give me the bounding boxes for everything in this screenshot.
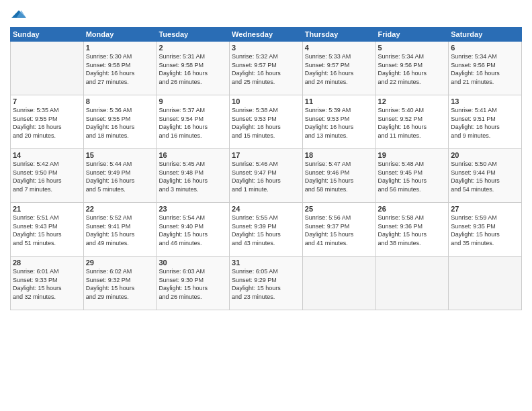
calendar-cell: 10Sunrise: 5:38 AM Sunset: 9:53 PM Dayli… bbox=[230, 95, 303, 149]
day-number: 19 bbox=[378, 151, 447, 159]
day-header-friday: Friday bbox=[375, 28, 449, 42]
calendar-cell: 2Sunrise: 5:31 AM Sunset: 9:58 PM Daylig… bbox=[157, 42, 230, 95]
calendar-cell: 4Sunrise: 5:33 AM Sunset: 9:57 PM Daylig… bbox=[302, 42, 375, 95]
day-info: Sunrise: 5:34 AM Sunset: 9:56 PM Dayligh… bbox=[378, 52, 447, 86]
day-number: 22 bbox=[86, 205, 154, 213]
calendar-cell: 17Sunrise: 5:46 AM Sunset: 9:47 PM Dayli… bbox=[230, 149, 303, 203]
calendar-week-row: 21Sunrise: 5:51 AM Sunset: 9:43 PM Dayli… bbox=[11, 203, 522, 257]
day-info: Sunrise: 5:59 AM Sunset: 9:35 PM Dayligh… bbox=[451, 214, 519, 247]
day-number: 14 bbox=[13, 151, 81, 159]
calendar-cell: 22Sunrise: 5:52 AM Sunset: 9:41 PM Dayli… bbox=[83, 203, 157, 257]
day-info: Sunrise: 5:35 AM Sunset: 9:55 PM Dayligh… bbox=[13, 106, 81, 140]
day-info: Sunrise: 5:51 AM Sunset: 9:43 PM Dayligh… bbox=[13, 214, 81, 247]
calendar-cell: 6Sunrise: 5:34 AM Sunset: 9:56 PM Daylig… bbox=[449, 42, 522, 95]
calendar-header-row: SundayMondayTuesdayWednesdayThursdayFrid… bbox=[11, 28, 522, 42]
calendar-cell: 29Sunrise: 6:02 AM Sunset: 9:32 PM Dayli… bbox=[83, 257, 157, 310]
day-number: 29 bbox=[86, 259, 154, 267]
day-info: Sunrise: 5:56 AM Sunset: 9:37 PM Dayligh… bbox=[305, 214, 373, 247]
day-number: 13 bbox=[451, 97, 519, 105]
day-info: Sunrise: 5:36 AM Sunset: 9:55 PM Dayligh… bbox=[86, 106, 154, 140]
day-info: Sunrise: 5:30 AM Sunset: 9:58 PM Dayligh… bbox=[86, 52, 154, 86]
day-info: Sunrise: 5:33 AM Sunset: 9:57 PM Dayligh… bbox=[305, 52, 373, 86]
calendar-cell bbox=[375, 257, 449, 310]
day-info: Sunrise: 5:44 AM Sunset: 9:49 PM Dayligh… bbox=[86, 160, 154, 193]
day-number: 10 bbox=[232, 97, 300, 105]
day-number: 28 bbox=[13, 259, 81, 267]
calendar-cell: 3Sunrise: 5:32 AM Sunset: 9:57 PM Daylig… bbox=[230, 42, 303, 95]
calendar-container: SundayMondayTuesdayWednesdayThursdayFrid… bbox=[0, 0, 532, 411]
day-info: Sunrise: 5:38 AM Sunset: 9:53 PM Dayligh… bbox=[232, 106, 300, 140]
day-number: 1 bbox=[86, 44, 154, 52]
day-info: Sunrise: 5:45 AM Sunset: 9:48 PM Dayligh… bbox=[159, 160, 227, 193]
day-info: Sunrise: 5:40 AM Sunset: 9:52 PM Dayligh… bbox=[378, 106, 447, 140]
day-number: 21 bbox=[13, 205, 81, 213]
calendar-cell bbox=[302, 257, 375, 310]
day-number: 31 bbox=[232, 259, 300, 267]
day-header-wednesday: Wednesday bbox=[230, 28, 303, 42]
calendar-week-row: 7Sunrise: 5:35 AM Sunset: 9:55 PM Daylig… bbox=[11, 95, 522, 149]
day-number: 9 bbox=[159, 97, 227, 105]
logo-icon bbox=[11, 7, 26, 21]
day-number: 23 bbox=[159, 205, 227, 213]
calendar-cell: 14Sunrise: 5:42 AM Sunset: 9:50 PM Dayli… bbox=[11, 149, 84, 203]
calendar-cell: 11Sunrise: 5:39 AM Sunset: 9:53 PM Dayli… bbox=[302, 95, 375, 149]
day-info: Sunrise: 5:52 AM Sunset: 9:41 PM Dayligh… bbox=[86, 214, 154, 247]
day-number: 30 bbox=[159, 259, 227, 267]
day-number: 25 bbox=[305, 205, 373, 213]
day-info: Sunrise: 5:42 AM Sunset: 9:50 PM Dayligh… bbox=[13, 160, 81, 193]
calendar-cell: 26Sunrise: 5:58 AM Sunset: 9:36 PM Dayli… bbox=[375, 203, 449, 257]
day-info: Sunrise: 6:01 AM Sunset: 9:33 PM Dayligh… bbox=[13, 267, 81, 301]
calendar-cell: 23Sunrise: 5:54 AM Sunset: 9:40 PM Dayli… bbox=[157, 203, 230, 257]
calendar-cell: 5Sunrise: 5:34 AM Sunset: 9:56 PM Daylig… bbox=[375, 42, 449, 95]
day-info: Sunrise: 6:03 AM Sunset: 9:30 PM Dayligh… bbox=[159, 267, 227, 301]
day-number: 20 bbox=[451, 151, 519, 159]
calendar-cell: 16Sunrise: 5:45 AM Sunset: 9:48 PM Dayli… bbox=[157, 149, 230, 203]
header bbox=[10, 7, 522, 21]
calendar-cell: 9Sunrise: 5:37 AM Sunset: 9:54 PM Daylig… bbox=[157, 95, 230, 149]
calendar-week-row: 14Sunrise: 5:42 AM Sunset: 9:50 PM Dayli… bbox=[11, 149, 522, 203]
day-info: Sunrise: 5:34 AM Sunset: 9:56 PM Dayligh… bbox=[451, 52, 519, 86]
day-number: 6 bbox=[451, 44, 519, 52]
day-header-thursday: Thursday bbox=[302, 28, 375, 42]
day-info: Sunrise: 5:47 AM Sunset: 9:46 PM Dayligh… bbox=[305, 160, 373, 193]
day-number: 11 bbox=[305, 97, 373, 105]
day-header-monday: Monday bbox=[83, 28, 157, 42]
calendar-cell: 19Sunrise: 5:48 AM Sunset: 9:45 PM Dayli… bbox=[375, 149, 449, 203]
calendar-cell: 28Sunrise: 6:01 AM Sunset: 9:33 PM Dayli… bbox=[11, 257, 84, 310]
calendar-week-row: 1Sunrise: 5:30 AM Sunset: 9:58 PM Daylig… bbox=[11, 42, 522, 95]
calendar-cell: 15Sunrise: 5:44 AM Sunset: 9:49 PM Dayli… bbox=[83, 149, 157, 203]
calendar-cell: 30Sunrise: 6:03 AM Sunset: 9:30 PM Dayli… bbox=[157, 257, 230, 310]
day-info: Sunrise: 5:32 AM Sunset: 9:57 PM Dayligh… bbox=[232, 52, 300, 86]
day-header-saturday: Saturday bbox=[449, 28, 522, 42]
day-info: Sunrise: 5:31 AM Sunset: 9:58 PM Dayligh… bbox=[159, 52, 227, 86]
day-info: Sunrise: 5:55 AM Sunset: 9:39 PM Dayligh… bbox=[232, 214, 300, 247]
day-info: Sunrise: 5:41 AM Sunset: 9:51 PM Dayligh… bbox=[451, 106, 519, 140]
day-number: 2 bbox=[159, 44, 227, 52]
calendar-cell: 25Sunrise: 5:56 AM Sunset: 9:37 PM Dayli… bbox=[302, 203, 375, 257]
calendar-cell: 13Sunrise: 5:41 AM Sunset: 9:51 PM Dayli… bbox=[449, 95, 522, 149]
day-number: 3 bbox=[232, 44, 300, 52]
calendar-cell: 20Sunrise: 5:50 AM Sunset: 9:44 PM Dayli… bbox=[449, 149, 522, 203]
calendar-cell: 24Sunrise: 5:55 AM Sunset: 9:39 PM Dayli… bbox=[230, 203, 303, 257]
calendar-cell: 27Sunrise: 5:59 AM Sunset: 9:35 PM Dayli… bbox=[449, 203, 522, 257]
day-number: 12 bbox=[378, 97, 447, 105]
day-info: Sunrise: 5:39 AM Sunset: 9:53 PM Dayligh… bbox=[305, 106, 373, 140]
calendar-cell: 8Sunrise: 5:36 AM Sunset: 9:55 PM Daylig… bbox=[83, 95, 157, 149]
day-number: 4 bbox=[305, 44, 373, 52]
day-info: Sunrise: 5:46 AM Sunset: 9:47 PM Dayligh… bbox=[232, 160, 300, 193]
calendar-cell bbox=[449, 257, 522, 310]
calendar-cell: 7Sunrise: 5:35 AM Sunset: 9:55 PM Daylig… bbox=[11, 95, 84, 149]
day-info: Sunrise: 5:54 AM Sunset: 9:40 PM Dayligh… bbox=[159, 214, 227, 247]
day-number: 5 bbox=[378, 44, 447, 52]
day-info: Sunrise: 5:37 AM Sunset: 9:54 PM Dayligh… bbox=[159, 106, 227, 140]
day-header-sunday: Sunday bbox=[11, 28, 84, 42]
day-number: 8 bbox=[86, 97, 154, 105]
day-number: 26 bbox=[378, 205, 447, 213]
day-number: 17 bbox=[232, 151, 300, 159]
calendar-cell: 12Sunrise: 5:40 AM Sunset: 9:52 PM Dayli… bbox=[375, 95, 449, 149]
day-header-tuesday: Tuesday bbox=[157, 28, 230, 42]
day-info: Sunrise: 6:05 AM Sunset: 9:29 PM Dayligh… bbox=[232, 267, 300, 301]
day-number: 15 bbox=[86, 151, 154, 159]
calendar-cell bbox=[11, 42, 84, 95]
calendar-cell: 31Sunrise: 6:05 AM Sunset: 9:29 PM Dayli… bbox=[230, 257, 303, 310]
